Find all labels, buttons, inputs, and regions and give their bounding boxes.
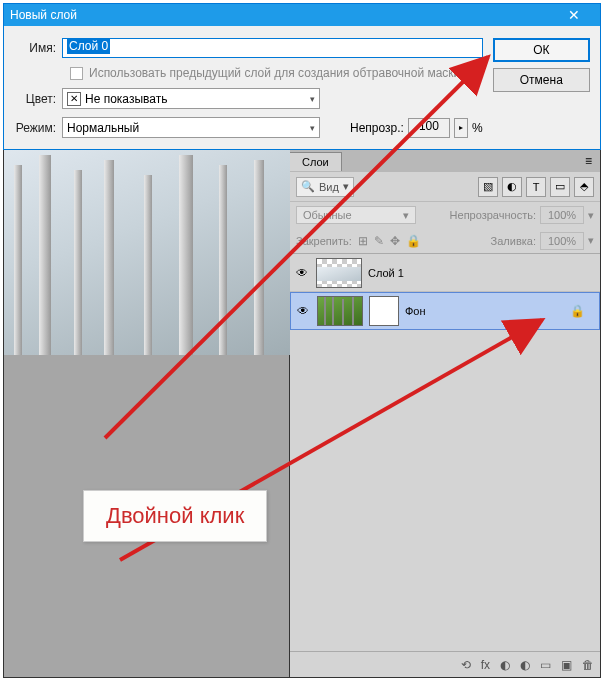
mode-label: Режим: [14, 121, 62, 135]
layer-list: 👁 Слой 1 👁 Фон 🔒 [290, 254, 600, 651]
adjustment-icon[interactable]: ◐ [520, 658, 530, 672]
opacity-label: Непрозр.: [350, 121, 404, 135]
mode-select[interactable]: Нормальный ▾ [62, 117, 320, 138]
chevron-down-icon[interactable]: ▾ [588, 209, 594, 222]
trash-icon[interactable]: 🗑 [582, 658, 594, 672]
filter-adjust-icon[interactable]: ◐ [502, 177, 522, 197]
color-label: Цвет: [14, 92, 62, 106]
layer-row[interactable]: 👁 Слой 1 [290, 254, 600, 292]
opacity-flyout[interactable]: ▸ [454, 118, 468, 138]
workspace: Слои ≡ 🔍 Вид ▾ ▧ ◐ T ▭ ⬘ Обычные ▾ [3, 150, 601, 678]
lock-pixels-icon[interactable]: ⊞ [358, 234, 368, 248]
panel-footer: ⟲ fx ◐ ◐ ▭ ▣ 🗑 [290, 651, 600, 677]
opacity-input[interactable]: 100 [408, 118, 450, 138]
panel-menu-icon[interactable]: ≡ [577, 154, 600, 168]
chevron-down-icon: ▾ [310, 94, 315, 104]
ok-button[interactable]: ОК [493, 38, 590, 62]
visibility-icon[interactable]: 👁 [294, 266, 310, 280]
blend-mode-select[interactable]: Обычные ▾ [296, 206, 416, 224]
cancel-button[interactable]: Отмена [493, 68, 590, 92]
filter-text-icon[interactable]: T [526, 177, 546, 197]
dialog-titlebar[interactable]: Новый слой ✕ [4, 4, 600, 26]
fx-icon[interactable]: fx [481, 658, 490, 672]
fill-label: Заливка: [491, 235, 536, 247]
lock-label: Закрепить: [296, 235, 352, 247]
layer-thumbnail[interactable] [316, 258, 362, 288]
dialog-title: Новый слой [10, 8, 554, 22]
chevron-down-icon: ▾ [343, 180, 349, 193]
new-layer-icon[interactable]: ▣ [561, 658, 572, 672]
tab-layers[interactable]: Слои [290, 152, 342, 171]
lock-brush-icon[interactable]: ✎ [374, 234, 384, 248]
annotation-tooltip: Двойной клик [83, 490, 267, 542]
mask-icon[interactable]: ◐ [500, 658, 510, 672]
visibility-icon[interactable]: 👁 [295, 304, 311, 318]
color-select[interactable]: ✕ Не показывать ▾ [62, 88, 320, 109]
group-icon[interactable]: ▭ [540, 658, 551, 672]
name-label: Имя: [14, 41, 62, 55]
opacity-suffix: % [472, 121, 483, 135]
layer-name[interactable]: Слой 1 [368, 267, 404, 279]
none-icon: ✕ [67, 92, 81, 106]
dialog-form: Имя: Слой 0 Использовать предыдущий слой… [14, 38, 483, 146]
filter-kind-select[interactable]: 🔍 Вид ▾ [296, 177, 354, 197]
layers-panel: Слои ≡ 🔍 Вид ▾ ▧ ◐ T ▭ ⬘ Обычные ▾ [290, 150, 600, 677]
chevron-down-icon: ▾ [403, 209, 409, 222]
lock-all-icon[interactable]: 🔒 [406, 234, 421, 248]
name-input[interactable]: Слой 0 [62, 38, 483, 58]
link-layers-icon[interactable]: ⟲ [461, 658, 471, 672]
lock-position-icon[interactable]: ✥ [390, 234, 400, 248]
panel-opacity-value[interactable]: 100% [540, 206, 584, 224]
filter-shape-icon[interactable]: ▭ [550, 177, 570, 197]
lock-icon: 🔒 [570, 304, 595, 318]
chevron-down-icon[interactable]: ▾ [588, 234, 594, 247]
layer-mask-thumbnail[interactable] [369, 296, 399, 326]
close-icon[interactable]: ✕ [554, 7, 594, 23]
clip-mask-checkbox[interactable] [70, 67, 83, 80]
layer-row[interactable]: 👁 Фон 🔒 [290, 292, 600, 330]
fill-value[interactable]: 100% [540, 232, 584, 250]
layer-name[interactable]: Фон [405, 305, 426, 317]
new-layer-dialog: Новый слой ✕ Имя: Слой 0 Использовать пр… [3, 3, 601, 150]
clip-mask-label: Использовать предыдущий слой для создани… [89, 66, 460, 80]
filter-image-icon[interactable]: ▧ [478, 177, 498, 197]
panel-tabbar: Слои ≡ [290, 150, 600, 172]
search-icon: 🔍 [301, 180, 315, 193]
chevron-down-icon: ▾ [310, 123, 315, 133]
canvas-area[interactable] [4, 150, 290, 677]
canvas-image [4, 150, 290, 355]
filter-smart-icon[interactable]: ⬘ [574, 177, 594, 197]
panel-opacity-label: Непрозрачность: [450, 209, 536, 221]
layer-thumbnail[interactable] [317, 296, 363, 326]
